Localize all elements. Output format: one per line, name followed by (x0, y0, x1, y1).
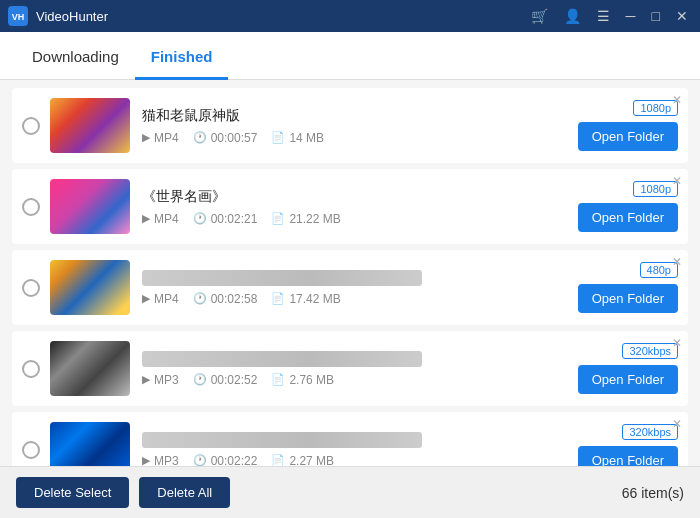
play-icon-4: ▶ (142, 373, 150, 386)
app-logo: VH (8, 6, 28, 26)
item-meta-2: ▶ MP4 🕐 00:02:21 📄 21.22 MB (142, 212, 568, 226)
bottom-bar: Delete Select Delete All 66 item(s) (0, 466, 700, 518)
list-item: ▶ MP3 🕐 00:02:22 📄 2.27 MB 320kbps Open … (12, 412, 688, 466)
item-checkbox-2[interactable] (22, 198, 40, 216)
open-folder-button-4[interactable]: Open Folder (578, 365, 678, 394)
tab-downloading[interactable]: Downloading (16, 36, 135, 80)
item-meta-5: ▶ MP3 🕐 00:02:22 📄 2.27 MB (142, 454, 568, 467)
open-folder-button-5[interactable]: Open Folder (578, 446, 678, 466)
quality-badge-5: 320kbps (622, 424, 678, 440)
item-size-5: 📄 2.27 MB (271, 454, 334, 467)
svg-text:VH: VH (12, 12, 25, 22)
user-icon[interactable]: 👤 (560, 6, 585, 26)
item-info-4: ▶ MP3 🕐 00:02:52 📄 2.76 MB (142, 351, 568, 387)
item-title-blurred-4 (142, 351, 422, 367)
item-duration-4: 🕐 00:02:52 (193, 373, 258, 387)
item-title-1: 猫和老鼠原神版 (142, 107, 568, 125)
clock-icon-5: 🕐 (193, 454, 207, 466)
cart-icon[interactable]: 🛒 (527, 6, 552, 26)
clock-icon-2: 🕐 (193, 212, 207, 225)
list-item: ▶ MP3 🕐 00:02:52 📄 2.76 MB 320kbps Open … (12, 331, 688, 406)
item-info-3: ▶ MP4 🕐 00:02:58 📄 17.42 MB (142, 270, 568, 306)
tab-finished[interactable]: Finished (135, 36, 229, 80)
tab-bar: Downloading Finished (0, 32, 700, 80)
item-duration-5: 🕐 00:02:22 (193, 454, 258, 467)
remove-item-3[interactable]: ✕ (672, 256, 682, 268)
clock-icon-4: 🕐 (193, 373, 207, 386)
item-format-2: ▶ MP4 (142, 212, 179, 226)
title-bar: VH VideoHunter 🛒 👤 ☰ ─ □ ✕ (0, 0, 700, 32)
delete-all-button[interactable]: Delete All (139, 477, 230, 508)
file-icon-5: 📄 (271, 454, 285, 466)
item-size-3: 📄 17.42 MB (271, 292, 340, 306)
item-info-5: ▶ MP3 🕐 00:02:22 📄 2.27 MB (142, 432, 568, 467)
item-thumbnail-3 (50, 260, 130, 315)
maximize-icon[interactable]: □ (648, 6, 664, 26)
item-size-2: 📄 21.22 MB (271, 212, 340, 226)
item-count: 66 item(s) (622, 485, 684, 501)
play-icon-3: ▶ (142, 292, 150, 305)
menu-icon[interactable]: ☰ (593, 6, 614, 26)
item-format-5: ▶ MP3 (142, 454, 179, 467)
file-icon-2: 📄 (271, 212, 285, 225)
item-checkbox-4[interactable] (22, 360, 40, 378)
item-info-2: 《世界名画》 ▶ MP4 🕐 00:02:21 📄 21.22 MB (142, 188, 568, 226)
delete-select-button[interactable]: Delete Select (16, 477, 129, 508)
play-icon-5: ▶ (142, 454, 150, 466)
clock-icon-1: 🕐 (193, 131, 207, 144)
clock-icon-3: 🕐 (193, 292, 207, 305)
file-icon-3: 📄 (271, 292, 285, 305)
content-area: 猫和老鼠原神版 ▶ MP4 🕐 00:00:57 📄 14 MB 1080p O… (0, 80, 700, 466)
remove-item-5[interactable]: ✕ (672, 418, 682, 430)
quality-badge-4: 320kbps (622, 343, 678, 359)
open-folder-button-3[interactable]: Open Folder (578, 284, 678, 313)
item-duration-3: 🕐 00:02:58 (193, 292, 258, 306)
item-thumbnail-2 (50, 179, 130, 234)
remove-item-2[interactable]: ✕ (672, 175, 682, 187)
list-item: ▶ MP4 🕐 00:02:58 📄 17.42 MB 480p Open Fo… (12, 250, 688, 325)
minimize-icon[interactable]: ─ (622, 6, 640, 26)
item-checkbox-3[interactable] (22, 279, 40, 297)
item-thumbnail-4 (50, 341, 130, 396)
app-title: VideoHunter (36, 9, 527, 24)
remove-item-1[interactable]: ✕ (672, 94, 682, 106)
item-meta-3: ▶ MP4 🕐 00:02:58 📄 17.42 MB (142, 292, 568, 306)
item-size-4: 📄 2.76 MB (271, 373, 334, 387)
item-format-3: ▶ MP4 (142, 292, 179, 306)
item-actions-2: 1080p Open Folder (578, 181, 678, 232)
list-item: 猫和老鼠原神版 ▶ MP4 🕐 00:00:57 📄 14 MB 1080p O… (12, 88, 688, 163)
item-checkbox-5[interactable] (22, 441, 40, 459)
item-actions-5: 320kbps Open Folder (578, 424, 678, 466)
file-icon-1: 📄 (271, 131, 285, 144)
open-folder-button-1[interactable]: Open Folder (578, 122, 678, 151)
item-actions-3: 480p Open Folder (578, 262, 678, 313)
item-title-2: 《世界名画》 (142, 188, 568, 206)
item-meta-4: ▶ MP3 🕐 00:02:52 📄 2.76 MB (142, 373, 568, 387)
window-controls: 🛒 👤 ☰ ─ □ ✕ (527, 6, 692, 26)
item-title-blurred-3 (142, 270, 422, 286)
item-duration-2: 🕐 00:02:21 (193, 212, 258, 226)
item-thumbnail-5 (50, 422, 130, 466)
item-checkbox-1[interactable] (22, 117, 40, 135)
item-format-4: ▶ MP3 (142, 373, 179, 387)
play-icon-1: ▶ (142, 131, 150, 144)
file-icon-4: 📄 (271, 373, 285, 386)
item-thumbnail-1 (50, 98, 130, 153)
item-format-1: ▶ MP4 (142, 131, 179, 145)
open-folder-button-2[interactable]: Open Folder (578, 203, 678, 232)
item-title-blurred-5 (142, 432, 422, 448)
close-icon[interactable]: ✕ (672, 6, 692, 26)
play-icon-2: ▶ (142, 212, 150, 225)
item-meta-1: ▶ MP4 🕐 00:00:57 📄 14 MB (142, 131, 568, 145)
item-actions-4: 320kbps Open Folder (578, 343, 678, 394)
item-info-1: 猫和老鼠原神版 ▶ MP4 🕐 00:00:57 📄 14 MB (142, 107, 568, 145)
item-actions-1: 1080p Open Folder (578, 100, 678, 151)
item-duration-1: 🕐 00:00:57 (193, 131, 258, 145)
item-size-1: 📄 14 MB (271, 131, 324, 145)
list-item: 《世界名画》 ▶ MP4 🕐 00:02:21 📄 21.22 MB 1080p… (12, 169, 688, 244)
remove-item-4[interactable]: ✕ (672, 337, 682, 349)
